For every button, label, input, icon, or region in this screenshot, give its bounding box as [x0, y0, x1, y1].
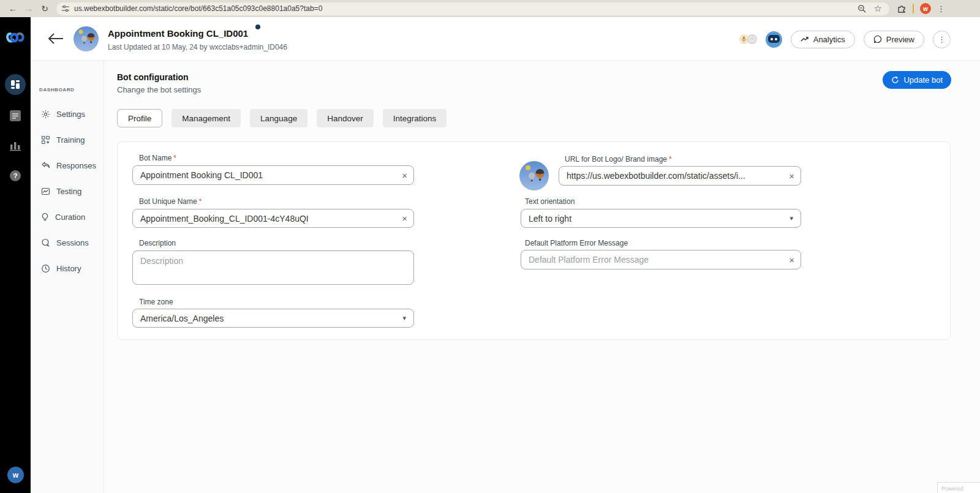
preview-label: Preview [886, 35, 914, 44]
gear-icon [41, 110, 50, 119]
app-header: Appointment Booking CL_ID001 Last Update… [31, 17, 980, 61]
bot-unique-name-input[interactable] [140, 214, 398, 224]
logo-url-input[interactable] [567, 171, 785, 181]
page-subtitle: Change the bot settings [117, 85, 201, 94]
update-bot-label: Update bot [903, 75, 943, 85]
clear-bot-name-icon[interactable]: × [402, 171, 407, 180]
chevron-down-icon: ▾ [790, 214, 793, 222]
chat-bubble-icon [873, 35, 882, 43]
bot-preview-avatar[interactable] [766, 31, 782, 48]
training-icon [41, 135, 50, 145]
sessions-chat-icon [41, 238, 50, 247]
tab-management[interactable]: Management [172, 109, 241, 127]
page-title: Bot configuration [117, 72, 189, 82]
address-bar[interactable]: us.webexbotbuilder.com/static/core/bot/6… [56, 2, 889, 15]
sidebar-item-label: Training [56, 135, 85, 145]
sidebar-section-label: DASHBOARD [39, 87, 104, 92]
text-orientation-select[interactable]: Left to right ▾ [521, 209, 801, 228]
browser-refresh-icon[interactable]: ↻ [37, 4, 53, 13]
update-bot-button[interactable]: Update bot [883, 71, 951, 89]
curation-lightbulb-icon [41, 213, 49, 222]
config-tabs: Profile Management Language Handover Int… [117, 109, 447, 127]
main-content: Bot configuration Change the bot setting… [104, 61, 980, 493]
extension-divider [913, 4, 914, 13]
description-label: Description [139, 239, 176, 247]
notes-icon [9, 109, 22, 122]
analytics-button[interactable]: Analytics [791, 31, 855, 48]
sidebar-item-label: Responses [56, 161, 96, 170]
preview-button[interactable]: Preview [864, 31, 924, 48]
tab-integrations[interactable]: Integrations [383, 109, 447, 127]
bot-name-field[interactable]: × [132, 165, 414, 185]
bar-chart-icon [9, 140, 21, 152]
chevron-down-icon: ▾ [402, 314, 406, 322]
logo-url-field[interactable]: × [559, 166, 801, 186]
header-more-button[interactable]: ⋮ [933, 31, 951, 48]
rail-dashboard-button[interactable] [5, 74, 26, 95]
logo-url-label: URL for Bot Logo/ Brand image* [565, 155, 672, 164]
browser-back-icon[interactable]: ← [5, 4, 21, 13]
browser-forward-icon[interactable]: → [21, 4, 37, 13]
time-zone-label: Time zone [139, 298, 173, 306]
time-zone-select[interactable]: America/Los_Angeles ▾ [132, 309, 414, 328]
browser-toolbar: ← → ↻ us.webexbotbuilder.com/static/core… [0, 0, 980, 17]
description-input[interactable] [133, 251, 413, 284]
sidebar-item-label: Sessions [56, 238, 89, 247]
error-message-field[interactable]: × [521, 250, 801, 269]
sidebar-item-label: Settings [56, 110, 85, 119]
bot-title: Appointment Booking CL_ID001 [108, 28, 248, 39]
profile-form-card: Bot Name* × Bot Unique Name* × Descripti… [117, 141, 951, 340]
text-orientation-value: Left to right [529, 214, 571, 224]
bot-name-label: Bot Name* [139, 154, 176, 162]
back-arrow-icon[interactable] [47, 31, 65, 47]
tab-handover[interactable]: Handover [317, 109, 374, 127]
browser-profile-avatar[interactable]: w [920, 3, 931, 14]
rail-analytics-button[interactable] [8, 140, 23, 152]
error-message-input[interactable] [529, 255, 785, 265]
error-message-label: Default Platform Error Message [525, 239, 628, 247]
bot-unique-name-field[interactable]: × [132, 209, 414, 228]
clear-logo-url-icon[interactable]: × [789, 171, 794, 181]
text-orientation-label: Text orientation [525, 197, 575, 206]
sidebar-item-history[interactable]: History [31, 255, 104, 281]
rail-help-button[interactable]: ? [10, 170, 21, 181]
refresh-icon [891, 76, 899, 84]
browser-menu-icon[interactable]: ⋮ [937, 4, 945, 13]
channel-icons [739, 34, 757, 44]
bot-subtitle: Last Updated at 10 May, 24 by wxcclabs+a… [108, 43, 287, 51]
sidebar-item-testing[interactable]: Testing [31, 178, 104, 204]
site-info-icon[interactable] [61, 4, 70, 13]
bot-unique-name-label: Bot Unique Name* [139, 197, 202, 206]
rail-notes-button[interactable] [8, 109, 23, 122]
sidebar-item-label: Testing [56, 187, 81, 196]
clear-bot-unique-name-icon[interactable]: × [402, 214, 407, 223]
powered-badge: Powered [937, 482, 980, 493]
bot-avatar [74, 26, 99, 51]
testing-icon [41, 187, 50, 196]
sidebar-item-settings[interactable]: Settings [31, 101, 104, 127]
sidebar-item-sessions[interactable]: Sessions [31, 230, 104, 255]
sidebar-item-curation[interactable]: Curation [31, 204, 104, 230]
description-field[interactable] [132, 250, 414, 285]
tab-profile[interactable]: Profile [117, 109, 162, 127]
extensions-puzzle-icon[interactable] [897, 4, 907, 13]
history-clock-icon [41, 264, 50, 273]
rail-bottom-badge[interactable]: w [7, 467, 24, 483]
zoom-icon[interactable] [858, 4, 867, 13]
analytics-label: Analytics [813, 35, 845, 44]
trend-arrow-icon [801, 36, 809, 43]
sidebar-item-label: History [56, 264, 81, 273]
sidebar-item-training[interactable]: Training [31, 127, 104, 152]
sidebar-item-responses[interactable]: Responses [31, 152, 104, 178]
responses-icon [41, 161, 50, 170]
webex-logo [5, 29, 26, 47]
bookmark-star-icon[interactable]: ☆ [874, 3, 882, 14]
clear-error-message-icon[interactable]: × [789, 255, 794, 265]
bot-logo-preview [519, 161, 549, 190]
sidebar-item-label: Curation [55, 213, 85, 222]
title-status-dot [255, 24, 260, 29]
dashboard-grid-icon [10, 80, 20, 89]
chat-channel-icon [747, 34, 757, 44]
tab-language[interactable]: Language [250, 109, 307, 127]
bot-name-input[interactable] [140, 170, 398, 180]
